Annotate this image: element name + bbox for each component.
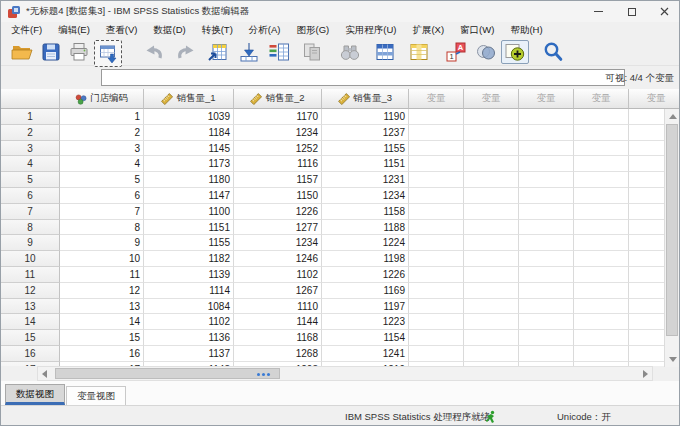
redo-button[interactable] bbox=[172, 40, 200, 64]
row-header-16[interactable]: 16 bbox=[1, 346, 60, 362]
recall-dialogs-button[interactable] bbox=[94, 40, 122, 67]
grid-cell[interactable]: 1173 bbox=[144, 156, 234, 172]
grid-cell[interactable]: 1226 bbox=[322, 267, 409, 283]
grid-cell[interactable] bbox=[464, 220, 519, 236]
scroll-down-icon[interactable] bbox=[669, 357, 677, 362]
grid-cell[interactable] bbox=[519, 314, 574, 330]
grid-cell[interactable]: 6 bbox=[60, 188, 144, 204]
row-header-11[interactable]: 11 bbox=[1, 267, 60, 283]
row-header-12[interactable]: 12 bbox=[1, 283, 60, 299]
grid-cell[interactable] bbox=[409, 109, 464, 125]
close-button[interactable] bbox=[648, 1, 680, 22]
grid-cell[interactable] bbox=[409, 267, 464, 283]
vertical-scrollbar[interactable] bbox=[664, 109, 679, 367]
grid-cell[interactable]: 1180 bbox=[144, 172, 234, 188]
column-header-placeholder[interactable]: 变量 bbox=[574, 89, 629, 109]
grid-cell[interactable]: 15 bbox=[60, 330, 144, 346]
grid-cell[interactable]: 1114 bbox=[144, 283, 234, 299]
grid-cell[interactable]: 1231 bbox=[322, 172, 409, 188]
grid-cell[interactable]: 1170 bbox=[234, 109, 322, 125]
grid-cell[interactable] bbox=[519, 109, 574, 125]
row-header-9[interactable]: 9 bbox=[1, 235, 60, 251]
grid-cell[interactable] bbox=[519, 125, 574, 141]
row-header-14[interactable]: 14 bbox=[1, 314, 60, 330]
grid-cell[interactable]: 12 bbox=[60, 283, 144, 299]
scroll-up-icon[interactable] bbox=[669, 114, 677, 119]
grid-cell[interactable]: 1268 bbox=[234, 346, 322, 362]
row-header-3[interactable]: 3 bbox=[1, 141, 60, 157]
grid-cell[interactable]: 1182 bbox=[144, 251, 234, 267]
column-header-placeholder[interactable]: 变量 bbox=[519, 89, 574, 109]
grid-cell[interactable] bbox=[464, 283, 519, 299]
grid-cell[interactable]: 1155 bbox=[144, 235, 234, 251]
grid-cell[interactable] bbox=[409, 283, 464, 299]
grid-cell[interactable]: 1234 bbox=[234, 235, 322, 251]
grid-cell[interactable] bbox=[464, 141, 519, 157]
grid-cell[interactable] bbox=[574, 346, 629, 362]
value-labels-button[interactable]: A1 bbox=[442, 40, 470, 64]
grid-cell[interactable] bbox=[409, 346, 464, 362]
grid-cell[interactable]: 1154 bbox=[322, 330, 409, 346]
grid-cell[interactable]: 1100 bbox=[144, 204, 234, 220]
grid-cell[interactable]: 3 bbox=[60, 141, 144, 157]
grid-cell[interactable] bbox=[574, 125, 629, 141]
grid-cell[interactable]: 1267 bbox=[234, 283, 322, 299]
grid-cell[interactable] bbox=[464, 346, 519, 362]
horizontal-scrollbar-thumb[interactable] bbox=[55, 368, 280, 379]
menu-help[interactable]: 帮助(H) bbox=[502, 22, 550, 38]
grid-cell[interactable] bbox=[574, 188, 629, 204]
insert-cases-button[interactable] bbox=[371, 40, 399, 64]
menu-edit[interactable]: 编辑(E) bbox=[50, 22, 98, 38]
scroll-left-icon[interactable] bbox=[42, 370, 47, 378]
grid-cell[interactable] bbox=[574, 172, 629, 188]
grid-cell[interactable]: 1234 bbox=[322, 188, 409, 204]
grid-cell[interactable]: 1252 bbox=[234, 141, 322, 157]
grid-cell[interactable]: 1224 bbox=[322, 235, 409, 251]
minimize-button[interactable] bbox=[582, 1, 615, 22]
grid-cell[interactable] bbox=[464, 299, 519, 315]
goto-variable-button[interactable] bbox=[235, 40, 263, 64]
menu-graphs[interactable]: 图形(G) bbox=[289, 22, 338, 38]
menu-data[interactable]: 数据(D) bbox=[145, 22, 193, 38]
grid-cell[interactable] bbox=[519, 330, 574, 346]
grid-cell[interactable] bbox=[519, 204, 574, 220]
column-header-1[interactable]: 门店编码 bbox=[60, 89, 144, 109]
grid-cell[interactable]: 1188 bbox=[322, 220, 409, 236]
grid-cell[interactable] bbox=[409, 251, 464, 267]
grid-cell[interactable] bbox=[519, 283, 574, 299]
menu-analyze[interactable]: 分析(A) bbox=[241, 22, 289, 38]
find-button[interactable] bbox=[336, 40, 364, 64]
grid-cell[interactable] bbox=[464, 235, 519, 251]
column-header-placeholder[interactable]: 变量 bbox=[464, 89, 519, 109]
grid-cell[interactable]: 1 bbox=[60, 109, 144, 125]
grid-cell[interactable] bbox=[574, 220, 629, 236]
grid-cell[interactable]: 1197 bbox=[322, 299, 409, 315]
maximize-button[interactable] bbox=[615, 1, 648, 22]
grid-cell[interactable] bbox=[574, 283, 629, 299]
row-header-5[interactable]: 5 bbox=[1, 172, 60, 188]
row-header-1[interactable]: 1 bbox=[1, 109, 60, 125]
menu-view[interactable]: 查看(V) bbox=[98, 22, 146, 38]
menu-utilities[interactable]: 实用程序(U) bbox=[337, 22, 404, 38]
grid-cell[interactable] bbox=[409, 141, 464, 157]
grid-cell[interactable]: 1147 bbox=[144, 188, 234, 204]
grid-cell[interactable]: 1039 bbox=[144, 109, 234, 125]
grid-cell[interactable] bbox=[574, 267, 629, 283]
grid-cell[interactable]: 1226 bbox=[234, 204, 322, 220]
grid-cell[interactable]: 1144 bbox=[234, 314, 322, 330]
variables-info-button[interactable] bbox=[265, 40, 293, 64]
column-header-placeholder[interactable]: 变量 bbox=[629, 89, 680, 109]
grid-cell[interactable]: 1145 bbox=[144, 141, 234, 157]
grid-cell[interactable] bbox=[519, 346, 574, 362]
menu-file[interactable]: 文件(F) bbox=[3, 22, 50, 38]
grid-cell[interactable]: 5 bbox=[60, 172, 144, 188]
cell-editor-input[interactable] bbox=[101, 69, 625, 86]
grid-cell[interactable]: 1190 bbox=[322, 109, 409, 125]
row-header-7[interactable]: 7 bbox=[1, 204, 60, 220]
column-header-3[interactable]: 销售量_2 bbox=[234, 89, 322, 109]
goto-case-button[interactable] bbox=[204, 40, 232, 64]
grid-cell[interactable]: 1116 bbox=[234, 156, 322, 172]
split-file-button[interactable] bbox=[298, 40, 326, 64]
grid-cell[interactable] bbox=[519, 172, 574, 188]
zoom-button[interactable] bbox=[539, 40, 567, 64]
